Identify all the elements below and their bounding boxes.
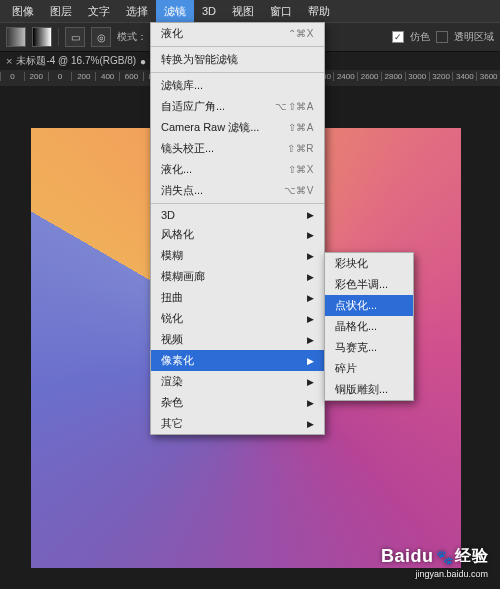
menu-filter[interactable]: 滤镜 (156, 0, 194, 22)
chevron-right-icon: ▶ (307, 356, 314, 366)
gradient-radial-icon[interactable]: ◎ (91, 27, 111, 47)
gradient-preset-icon[interactable] (32, 27, 52, 47)
transparency-label: 透明区域 (454, 30, 494, 44)
menu-3d[interactable]: 3D (194, 0, 224, 22)
filter-category-像素化[interactable]: 像素化▶ (151, 350, 324, 371)
gradient-tool-icon[interactable] (6, 27, 26, 47)
menu-text[interactable]: 文字 (80, 0, 118, 22)
dither-checkbox[interactable]: ✓ (392, 31, 404, 43)
filter-item[interactable]: 液化...⇧⌘X (151, 159, 324, 180)
pixelate-submenu: 彩块化彩色半调...点状化...晶格化...马赛克...碎片铜版雕刻... (324, 252, 414, 401)
filter-category-其它[interactable]: 其它▶ (151, 413, 324, 434)
filter-convert-smart[interactable]: 转换为智能滤镜 (151, 49, 324, 70)
filter-category-模糊画廊[interactable]: 模糊画廊▶ (151, 266, 324, 287)
filter-item[interactable]: 滤镜库... (151, 75, 324, 96)
menu-view[interactable]: 视图 (224, 0, 262, 22)
pixelate-item[interactable]: 点状化... (325, 295, 413, 316)
filter-item[interactable]: Camera Raw 滤镜...⇧⌘A (151, 117, 324, 138)
menu-help[interactable]: 帮助 (300, 0, 338, 22)
chevron-right-icon: ▶ (307, 419, 314, 429)
filter-item[interactable]: 自适应广角...⌥⇧⌘A (151, 96, 324, 117)
chevron-right-icon: ▶ (307, 272, 314, 282)
filter-category-视频[interactable]: 视频▶ (151, 329, 324, 350)
chevron-right-icon: ▶ (307, 398, 314, 408)
ruler-tick: 200 (24, 72, 48, 81)
filter-category-渲染[interactable]: 渲染▶ (151, 371, 324, 392)
filter-category-锐化[interactable]: 锐化▶ (151, 308, 324, 329)
paw-icon: 🐾 (436, 549, 454, 565)
chevron-right-icon: ▶ (307, 377, 314, 387)
menu-select[interactable]: 选择 (118, 0, 156, 22)
menu-image[interactable]: 图像 (4, 0, 42, 22)
chevron-right-icon: ▶ (307, 230, 314, 240)
watermark-brand: Baidu (381, 546, 434, 567)
chevron-right-icon: ▶ (307, 251, 314, 261)
filter-last-label: 液化 (161, 26, 183, 41)
chevron-right-icon: ▶ (307, 335, 314, 345)
pixelate-item[interactable]: 碎片 (325, 358, 413, 379)
filter-category-扭曲[interactable]: 扭曲▶ (151, 287, 324, 308)
menu-separator (151, 203, 324, 204)
tab-modified-dot: ● (140, 56, 146, 67)
menu-layer[interactable]: 图层 (42, 0, 80, 22)
menu-separator (151, 72, 324, 73)
ruler-tick: 400 (95, 72, 119, 81)
ruler-tick: 2400 (333, 72, 357, 81)
tab-title: 未标题-4 @ 16.7%(RGB/8) (16, 54, 136, 68)
ruler-tick: 0 (48, 72, 72, 81)
filter-item[interactable]: 镜头校正...⇧⌘R (151, 138, 324, 159)
pixelate-item[interactable]: 彩块化 (325, 253, 413, 274)
filter-item[interactable]: 消失点...⌥⌘V (151, 180, 324, 201)
menu-window[interactable]: 窗口 (262, 0, 300, 22)
chevron-right-icon: ▶ (307, 314, 314, 324)
filter-category-杂色[interactable]: 杂色▶ (151, 392, 324, 413)
mode-label: 模式： (117, 30, 147, 44)
ruler-tick: 3600 (476, 72, 500, 81)
menubar: 图像 图层 文字 选择 滤镜 3D 视图 窗口 帮助 (0, 0, 500, 22)
pixelate-item[interactable]: 晶格化... (325, 316, 413, 337)
pixelate-item[interactable]: 彩色半调... (325, 274, 413, 295)
filter-last-shortcut: ⌃⌘X (288, 28, 314, 39)
watermark-url: jingyan.baidu.com (415, 569, 488, 579)
filter-category-3D[interactable]: 3D▶ (151, 206, 324, 224)
menu-separator (151, 46, 324, 47)
dither-label: 仿色 (410, 30, 430, 44)
ruler-tick: 3400 (452, 72, 476, 81)
ruler-tick: 3200 (429, 72, 453, 81)
filter-category-风格化[interactable]: 风格化▶ (151, 224, 324, 245)
chevron-right-icon: ▶ (307, 293, 314, 303)
document-tab[interactable]: × 未标题-4 @ 16.7%(RGB/8) ● (6, 54, 146, 68)
ruler-tick: 200 (71, 72, 95, 81)
separator (58, 28, 59, 46)
pixelate-item[interactable]: 马赛克... (325, 337, 413, 358)
ruler-tick: 600 (119, 72, 143, 81)
filter-last[interactable]: 液化 ⌃⌘X (151, 23, 324, 44)
ruler-tick: 2800 (381, 72, 405, 81)
ruler-tick: 2600 (357, 72, 381, 81)
chevron-right-icon: ▶ (307, 210, 314, 220)
ruler-tick: 3000 (405, 72, 429, 81)
filter-menu-dropdown: 液化 ⌃⌘X 转换为智能滤镜 滤镜库...自适应广角...⌥⇧⌘ACamera … (150, 22, 325, 435)
watermark-suffix: 经验 (455, 546, 488, 567)
pixelate-item[interactable]: 铜版雕刻... (325, 379, 413, 400)
gradient-linear-icon[interactable]: ▭ (65, 27, 85, 47)
ruler-tick: 0 (0, 72, 24, 81)
close-icon[interactable]: × (6, 55, 12, 67)
filter-category-模糊[interactable]: 模糊▶ (151, 245, 324, 266)
watermark: Baidu 🐾 经验 (381, 546, 488, 567)
transparency-checkbox[interactable] (436, 31, 448, 43)
